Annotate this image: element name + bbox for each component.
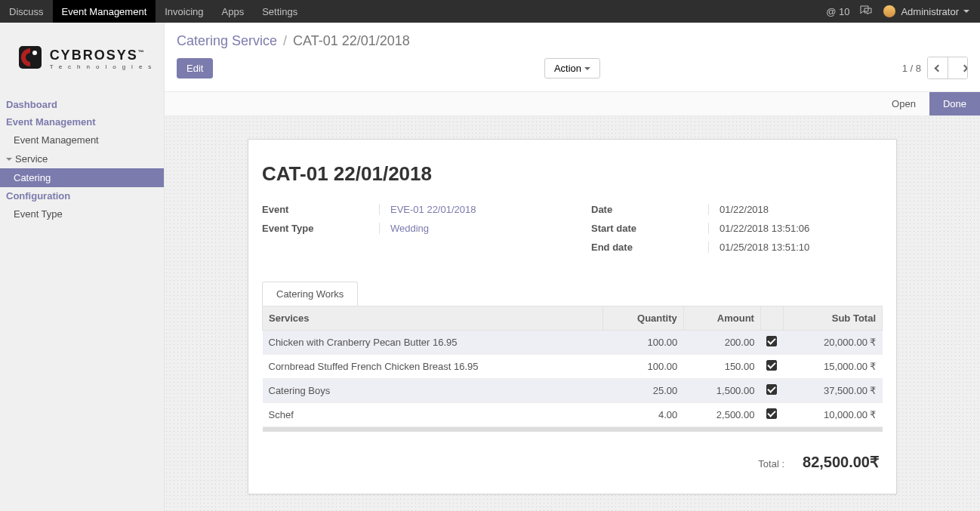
nav-item-invoicing[interactable]: Invoicing bbox=[156, 0, 212, 23]
table-header-row: ServicesQuantityAmountSub Total bbox=[263, 306, 883, 331]
top-nav-right: @ 10 Administrator bbox=[826, 5, 980, 18]
check-icon bbox=[766, 360, 777, 371]
sidebar-item-label: Event Type bbox=[14, 208, 63, 220]
content: Catering Service / CAT-01 22/01/2018 Edi… bbox=[165, 23, 980, 511]
cell: 1,500.00 bbox=[683, 379, 760, 403]
chevron-down-icon bbox=[6, 158, 12, 161]
chat-icon[interactable] bbox=[860, 5, 872, 18]
cell: 100.00 bbox=[602, 355, 683, 379]
nav-item-event-management[interactable]: Event Management bbox=[53, 0, 156, 23]
nav-item-discuss[interactable]: Discuss bbox=[0, 0, 53, 23]
table-row[interactable]: Chicken with Cranberry Pecan Butter 16.9… bbox=[263, 331, 883, 355]
pager-count[interactable]: 1 / 8 bbox=[902, 63, 921, 74]
cell: 10,000.00 ₹ bbox=[783, 403, 882, 427]
field-label: End date bbox=[591, 242, 708, 253]
table-row[interactable]: Catering Boys25.001,500.0037,500.00 ₹ bbox=[263, 379, 883, 403]
col-header: Quantity bbox=[602, 306, 683, 331]
top-nav: DiscussEvent ManagementInvoicingAppsSett… bbox=[0, 0, 980, 23]
field-value[interactable]: EVE-01 22/01/2018 bbox=[390, 204, 476, 215]
statusbar: Open Done bbox=[165, 91, 980, 116]
pager bbox=[927, 57, 968, 79]
field-value[interactable]: Wedding bbox=[390, 223, 429, 234]
record-title: CAT-01 22/01/2018 bbox=[262, 162, 883, 186]
nav-item-settings[interactable]: Settings bbox=[253, 0, 307, 23]
cell: 4.00 bbox=[602, 403, 683, 427]
edit-button[interactable]: Edit bbox=[177, 58, 213, 78]
check-icon bbox=[766, 408, 777, 419]
cell: Catering Boys bbox=[263, 379, 603, 403]
breadcrumb-root[interactable]: Catering Service bbox=[177, 33, 277, 48]
sidebar-item-dashboard[interactable]: Dashboard bbox=[0, 96, 164, 113]
cell: 15,000.00 ₹ bbox=[783, 355, 882, 379]
cell: 20,000.00 ₹ bbox=[783, 331, 882, 355]
pager-prev-button[interactable] bbox=[928, 57, 948, 78]
cell bbox=[760, 355, 783, 379]
col-header bbox=[760, 306, 783, 331]
breadcrumb-sep: / bbox=[283, 33, 287, 48]
form-right-col: Date01/22/2018Start date01/22/2018 13:51… bbox=[591, 204, 883, 260]
field-value: 01/25/2018 13:51:10 bbox=[720, 242, 809, 253]
avatar bbox=[883, 5, 896, 18]
action-label: Action bbox=[554, 63, 581, 74]
field-label: Event Type bbox=[262, 223, 379, 234]
form-area: CAT-01 22/01/2018 EventEVE-01 22/01/2018… bbox=[165, 116, 980, 511]
cell: 2,500.00 bbox=[683, 403, 760, 427]
sidebar-item-event-type[interactable]: Event Type bbox=[0, 205, 164, 223]
tab-catering-works[interactable]: Catering Works bbox=[262, 282, 358, 306]
cell: Cornbread Stuffed French Chicken Breast … bbox=[263, 355, 603, 379]
cell: Schef bbox=[263, 403, 603, 427]
messages-badge[interactable]: @ 10 bbox=[826, 6, 849, 17]
svg-point-1 bbox=[32, 51, 37, 55]
caret-down-icon bbox=[963, 10, 969, 13]
logo-sub: Technologies bbox=[50, 63, 158, 70]
col-header: Sub Total bbox=[783, 306, 882, 331]
sidebar-item-service[interactable]: Service bbox=[0, 149, 164, 168]
sidebar-item-catering[interactable]: Catering bbox=[0, 168, 164, 187]
sidebar-item-event-management[interactable]: Event Management bbox=[0, 131, 164, 149]
table-body: Chicken with Cranberry Pecan Butter 16.9… bbox=[263, 331, 883, 427]
cell: 25.00 bbox=[602, 379, 683, 403]
field-value: 01/22/2018 13:51:06 bbox=[720, 223, 809, 234]
top-nav-items: DiscussEvent ManagementInvoicingAppsSett… bbox=[0, 0, 307, 23]
sidebar-item-configuration[interactable]: Configuration bbox=[0, 187, 164, 205]
logo: CYBROSYS™ Technologies bbox=[0, 23, 164, 94]
sidebar-footer: Powered by Odoo bbox=[0, 502, 164, 512]
cell: 37,500.00 ₹ bbox=[783, 379, 882, 403]
toolbar: Edit Action 1 / 8 bbox=[165, 55, 980, 91]
sidebar-item-label: Configuration bbox=[6, 190, 70, 202]
tabs: Catering Works bbox=[262, 282, 883, 306]
status-done[interactable]: Done bbox=[929, 92, 980, 115]
cell: 100.00 bbox=[602, 331, 683, 355]
field-label: Date bbox=[591, 204, 708, 215]
user-name: Administrator bbox=[901, 6, 959, 17]
table-row[interactable]: Cornbread Stuffed French Chicken Breast … bbox=[263, 355, 883, 379]
user-menu[interactable]: Administrator bbox=[883, 5, 969, 18]
cell: 200.00 bbox=[683, 331, 760, 355]
action-dropdown[interactable]: Action bbox=[544, 58, 600, 78]
sidebar-item-label: Event Management bbox=[6, 116, 95, 128]
logo-name: CYBROSYS bbox=[50, 48, 138, 63]
sidebar: CYBROSYS™ Technologies DashboardEvent Ma… bbox=[0, 23, 165, 511]
cell: Chicken with Cranberry Pecan Butter 16.9… bbox=[263, 331, 603, 355]
sidebar-menu: DashboardEvent ManagementEvent Managemen… bbox=[0, 94, 164, 225]
sidebar-item-label: Dashboard bbox=[6, 99, 57, 110]
chevron-right-icon bbox=[961, 64, 968, 72]
breadcrumb-current: CAT-01 22/01/2018 bbox=[293, 33, 410, 48]
nav-item-apps[interactable]: Apps bbox=[213, 0, 254, 23]
pager-next-button[interactable] bbox=[948, 57, 967, 78]
logo-tm: ™ bbox=[138, 49, 146, 56]
cell bbox=[760, 379, 783, 403]
catering-table: ServicesQuantityAmountSub Total Chicken … bbox=[262, 306, 883, 432]
form-left-col: EventEVE-01 22/01/2018Event TypeWedding bbox=[262, 204, 553, 260]
form-sheet: CAT-01 22/01/2018 EventEVE-01 22/01/2018… bbox=[248, 139, 897, 494]
total-label: Total : bbox=[758, 458, 784, 469]
total-value: 82,500.00₹ bbox=[803, 453, 880, 471]
check-icon bbox=[766, 336, 777, 346]
caret-down-icon bbox=[584, 67, 590, 70]
table-row[interactable]: Schef4.002,500.0010,000.00 ₹ bbox=[263, 403, 883, 427]
col-header: Services bbox=[263, 306, 603, 331]
sidebar-item-event-management[interactable]: Event Management bbox=[0, 113, 164, 131]
cell bbox=[760, 403, 783, 427]
breadcrumb: Catering Service / CAT-01 22/01/2018 bbox=[165, 23, 980, 55]
cell bbox=[760, 331, 783, 355]
